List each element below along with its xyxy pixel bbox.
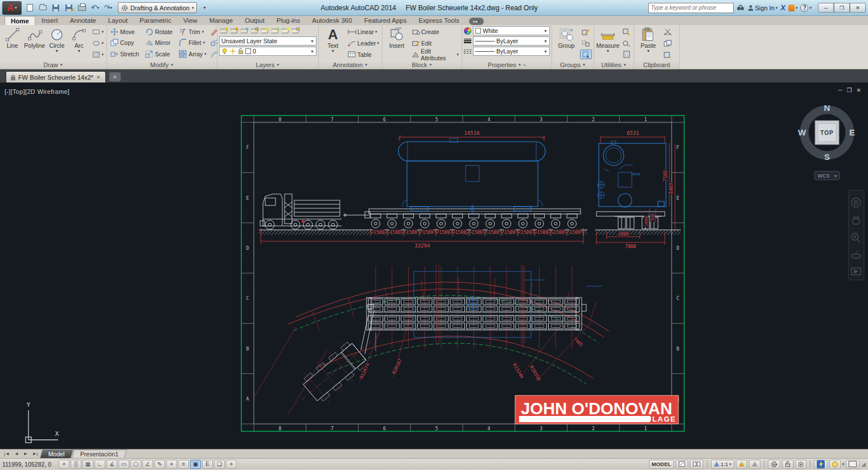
ungroup-button[interactable] bbox=[580, 38, 592, 48]
drawing[interactable]: 8877665544332211FFEEDDCCBBAA bbox=[0, 83, 868, 449]
layer-unisolate-button[interactable] bbox=[270, 26, 280, 35]
new-drawing-tab-button[interactable]: + bbox=[109, 72, 121, 81]
layer-on-button[interactable] bbox=[260, 26, 270, 35]
quick-select-button[interactable] bbox=[621, 27, 632, 36]
cut-button[interactable] bbox=[662, 27, 673, 36]
file-tab-active[interactable]: FW Boiler Scheuerle 14x2* ✕ bbox=[6, 71, 106, 83]
line-button[interactable]: Line bbox=[2, 26, 23, 60]
edit-block-button[interactable]: Edit bbox=[410, 38, 460, 48]
tab-layout1[interactable]: Presentación1 bbox=[72, 450, 127, 458]
tab-insert[interactable]: Insert bbox=[36, 16, 64, 25]
status-menu-caret[interactable]: ▾ bbox=[842, 462, 845, 467]
paste-button[interactable]: Paste ▼ bbox=[636, 26, 661, 60]
layer-isolate-button[interactable] bbox=[229, 26, 239, 35]
panel-label-annotation[interactable]: Annotation▼ bbox=[319, 61, 382, 69]
viewcube-west[interactable]: W bbox=[798, 127, 807, 137]
edit-attributes-button[interactable]: Edit Attributes▾ bbox=[410, 50, 460, 59]
object-color-dropdown[interactable]: White▼ bbox=[473, 26, 550, 35]
polyline-button[interactable]: Polyline bbox=[24, 26, 45, 60]
quick-view-layouts-button[interactable] bbox=[676, 460, 688, 469]
viewcube-east[interactable]: E bbox=[849, 127, 855, 137]
object-snap-toggle[interactable]: ▭ bbox=[118, 460, 129, 469]
minimize-button[interactable]: ─ bbox=[818, 3, 834, 13]
panel-label-block[interactable]: Block▼ bbox=[382, 61, 462, 69]
plot-button[interactable] bbox=[76, 2, 88, 14]
measure-button[interactable]: Measure ▼ bbox=[596, 26, 620, 60]
quick-view-drawings-button[interactable] bbox=[690, 460, 704, 469]
workspace-dropdown[interactable]: Drafting & Annotation ▾ bbox=[118, 2, 197, 13]
exchange-apps-button[interactable]: X bbox=[780, 3, 785, 12]
tab-view[interactable]: View bbox=[178, 16, 203, 25]
lineweight-dropdown[interactable]: ByLayer▼ bbox=[473, 36, 550, 46]
viewport-controls[interactable]: [-][Top][2D Wireframe] bbox=[5, 88, 69, 95]
communication-center-button[interactable]: ▾ bbox=[788, 5, 798, 11]
ortho-mode-toggle[interactable]: ∟ bbox=[94, 460, 105, 469]
panel-label-groups[interactable]: Groups▼ bbox=[552, 61, 594, 69]
linear-dimension-button[interactable]: Linear▾ bbox=[347, 27, 380, 36]
tab-plugins[interactable]: Plug-ins bbox=[271, 16, 306, 25]
polar-tracking-toggle[interactable]: ∡ bbox=[106, 460, 117, 469]
move-button[interactable]: Move bbox=[109, 26, 140, 38]
resize-grip[interactable]: ◢ bbox=[861, 461, 866, 467]
tab-autodesk360[interactable]: Autodesk 360 bbox=[306, 16, 357, 25]
undo-button[interactable]: ↶▾ bbox=[89, 2, 101, 14]
model-space-canvas[interactable]: [-][Top][2D Wireframe] ─ ❐ ✕ 88776655443… bbox=[0, 83, 868, 449]
paste-special-button[interactable] bbox=[662, 50, 673, 59]
copy-button[interactable]: Copy bbox=[109, 38, 140, 49]
redo-button[interactable]: ↷▾ bbox=[102, 2, 114, 14]
panel-launcher-icon[interactable]: ⇘ bbox=[523, 61, 526, 69]
rectangle-button[interactable]: ▾ bbox=[91, 27, 105, 36]
clean-screen-button[interactable] bbox=[846, 460, 859, 469]
quick-select2-button[interactable] bbox=[621, 38, 632, 48]
annotation-visibility-button[interactable] bbox=[736, 460, 747, 469]
tab-layout[interactable]: Layout bbox=[102, 16, 134, 25]
object-snap-tracking-toggle[interactable]: ∠ bbox=[142, 460, 153, 469]
model-space-button[interactable]: MODEL bbox=[649, 460, 674, 469]
fillet-button[interactable]: Fillet▾ bbox=[177, 38, 208, 49]
tab-model[interactable]: Model bbox=[40, 450, 73, 458]
group-edit-button[interactable] bbox=[580, 27, 592, 36]
arc-button[interactable]: Arc ▼ bbox=[68, 26, 89, 60]
search-button[interactable] bbox=[737, 5, 744, 11]
dynamic-input-toggle[interactable]: + bbox=[166, 460, 177, 469]
layer-thaw-button[interactable] bbox=[281, 26, 290, 35]
panel-label-clipboard[interactable]: Clipboard bbox=[634, 61, 679, 69]
viewport-restore-icon[interactable]: ❐ bbox=[847, 87, 852, 93]
workspace-switching-button[interactable] bbox=[768, 460, 780, 469]
panel-label-modify[interactable]: Modify▼ bbox=[107, 61, 217, 69]
linetype-dropdown[interactable]: ByLayer▼ bbox=[473, 47, 550, 56]
layer-unlock-button[interactable] bbox=[291, 26, 301, 35]
panel-label-draw[interactable]: Draw▼ bbox=[0, 61, 106, 69]
tab-home[interactable]: Home bbox=[5, 16, 35, 25]
sign-in-button[interactable]: Sign In ▾ bbox=[747, 5, 778, 11]
close-tab-icon[interactable]: ✕ bbox=[96, 75, 101, 80]
tab-annotate[interactable]: Annotate bbox=[64, 16, 102, 25]
tab-featured-apps[interactable]: Featured Apps bbox=[359, 16, 413, 25]
group-selection-toggle[interactable] bbox=[580, 50, 592, 59]
hardware-acceleration-button[interactable] bbox=[814, 460, 828, 469]
leader-button[interactable]: Leader▾ bbox=[347, 38, 380, 48]
last-layout-button[interactable]: ►| bbox=[31, 451, 40, 456]
layer-state-dropdown[interactable]: Unsaved Layer State▼ bbox=[219, 36, 316, 46]
annotation-scale-button[interactable]: 1:1▾ bbox=[711, 460, 734, 469]
next-layout-button[interactable]: ► bbox=[22, 451, 30, 456]
panel-label-properties[interactable]: Properties▼⇘ bbox=[462, 61, 552, 69]
dynamic-ucs-toggle[interactable]: ✎ bbox=[154, 460, 165, 469]
annotation-monitor-toggle[interactable]: + bbox=[226, 460, 237, 469]
layer-lock-button[interactable] bbox=[250, 26, 260, 35]
stretch-button[interactable]: Stretch bbox=[109, 48, 140, 60]
quick-properties-toggle[interactable]: E bbox=[202, 460, 213, 469]
table-button[interactable]: Table bbox=[347, 50, 380, 59]
layer-freeze-button[interactable] bbox=[240, 26, 249, 35]
snap-mode-toggle[interactable]: ▒ bbox=[71, 460, 81, 469]
selection-cycling-toggle[interactable]: ❏ bbox=[214, 460, 225, 469]
ellipse-button[interactable]: ▾ bbox=[91, 38, 105, 48]
application-menu-button[interactable]: A▾ bbox=[2, 1, 22, 15]
text-button[interactable]: A Text ▼ bbox=[320, 26, 345, 60]
array-button[interactable]: Array▾ bbox=[177, 48, 208, 60]
hatch-button[interactable]: ▾ bbox=[91, 50, 105, 59]
group-button[interactable]: Group bbox=[554, 26, 579, 60]
viewport-minimize-icon[interactable]: ─ bbox=[838, 87, 842, 93]
insert-block-button[interactable]: Insert bbox=[384, 26, 409, 60]
viewport-close-icon[interactable]: ✕ bbox=[857, 87, 861, 93]
